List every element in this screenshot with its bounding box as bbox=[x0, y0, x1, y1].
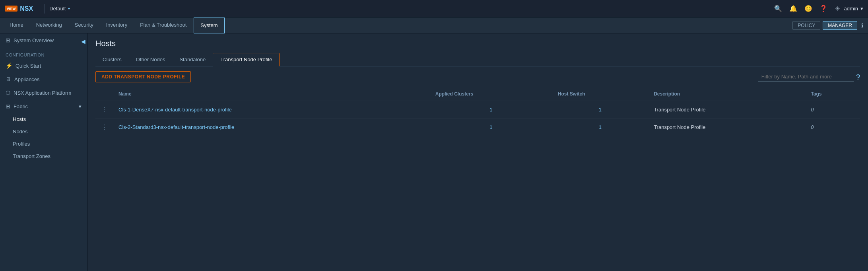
sidebar-item-label: Quick Start bbox=[16, 63, 41, 69]
topbar-divider bbox=[44, 4, 45, 14]
filter-input[interactable] bbox=[758, 72, 854, 82]
nav-security[interactable]: Security bbox=[68, 18, 100, 33]
table-area: Name Applied Clusters Host Switch Descri… bbox=[87, 87, 868, 271]
sidebar-collapse-button[interactable]: ◀ bbox=[80, 37, 87, 46]
vmw-logo: vmw bbox=[5, 6, 17, 12]
sidebar-subitem-label: Nodes bbox=[13, 129, 28, 135]
col-applied-clusters: Applied Clusters bbox=[430, 87, 552, 101]
deployment-selector[interactable]: Default ▾ bbox=[49, 6, 70, 12]
sidebar-item-fabric[interactable]: ⊞ Fabric ▾ bbox=[0, 99, 87, 113]
sidebar-item-label: NSX Application Platform bbox=[14, 90, 71, 96]
tab-other-nodes[interactable]: Other Nodes bbox=[129, 53, 173, 66]
content-area: Hosts ? Clusters Other Nodes Standalone … bbox=[87, 33, 868, 271]
sidebar: ◀ ⊞ System Overview Configuration ⚡ Quic… bbox=[0, 33, 87, 271]
row-host-switch[interactable]: 1 bbox=[552, 101, 648, 119]
row-tags: 0 bbox=[805, 119, 860, 136]
sidebar-item-system-overview[interactable]: ⊞ System Overview bbox=[0, 33, 87, 47]
sidebar-fabric-left: ⊞ Fabric bbox=[6, 103, 28, 109]
nsx-logo: NSX bbox=[20, 5, 33, 12]
sidebar-item-transport-zones[interactable]: Transport Zones bbox=[0, 150, 87, 162]
col-name: Name bbox=[113, 87, 430, 101]
quick-start-icon: ⚡ bbox=[6, 62, 12, 69]
tab-clusters[interactable]: Clusters bbox=[95, 53, 129, 66]
sidebar-item-nsx-app-platform[interactable]: ⬡ NSX Application Platform bbox=[0, 86, 87, 99]
content-header: Hosts ? Clusters Other Nodes Standalone … bbox=[87, 33, 868, 66]
table-row: ⋮Cls-1-DenseX7-nsx-default-transport-nod… bbox=[95, 101, 860, 119]
page-help-icon[interactable]: ? bbox=[856, 73, 860, 82]
navbar: Home Networking Security Inventory Plan … bbox=[0, 18, 868, 33]
notifications-icon[interactable]: 🔔 bbox=[789, 5, 797, 12]
system-overview-icon: ⊞ bbox=[6, 37, 10, 43]
nsx-platform-icon: ⬡ bbox=[6, 90, 10, 96]
row-clusters[interactable]: 1 bbox=[430, 101, 552, 119]
toolbar: ADD TRANSPORT NODE PROFILE ≡ bbox=[87, 66, 868, 87]
row-description: Transport Node Profile bbox=[648, 119, 805, 136]
main-layout: ◀ ⊞ System Overview Configuration ⚡ Quic… bbox=[0, 33, 868, 271]
sidebar-item-label: Appliances bbox=[14, 76, 40, 82]
nav-networking[interactable]: Networking bbox=[30, 18, 68, 33]
sidebar-item-label: Fabric bbox=[14, 103, 28, 109]
user-face-icon[interactable]: 😊 bbox=[804, 5, 812, 12]
manager-mode-button[interactable]: MANAGER bbox=[823, 21, 857, 30]
filter-area: ≡ bbox=[758, 72, 860, 82]
chevron-down-icon: ▾ bbox=[79, 103, 82, 109]
row-description: Transport Node Profile bbox=[648, 101, 805, 119]
sidebar-subitem-label: Profiles bbox=[13, 141, 30, 147]
row-context-menu-icon[interactable]: ⋮ bbox=[95, 119, 113, 136]
sidebar-item-nodes[interactable]: Nodes bbox=[0, 125, 87, 138]
sidebar-item-hosts[interactable]: Hosts bbox=[0, 113, 87, 125]
sidebar-item-quick-start[interactable]: ⚡ Quick Start bbox=[0, 59, 87, 72]
logo: vmw NSX bbox=[5, 5, 33, 12]
nav-info-icon[interactable]: ℹ bbox=[861, 22, 863, 29]
col-description: Description bbox=[648, 87, 805, 101]
help-icon[interactable]: ❓ bbox=[819, 5, 827, 12]
table-row: ⋮Cls-2-Standard3-nsx-default-transport-n… bbox=[95, 119, 860, 136]
sidebar-item-label: System Overview bbox=[14, 37, 54, 43]
sidebar-item-profiles[interactable]: Profiles bbox=[0, 138, 87, 150]
nav-system[interactable]: System bbox=[194, 18, 224, 33]
fabric-icon: ⊞ bbox=[6, 103, 10, 109]
page-title: Hosts bbox=[95, 39, 860, 48]
topbar-icons: 🔍 🔔 😊 ❓ ☀ bbox=[774, 5, 840, 12]
appliances-icon: 🖥 bbox=[6, 76, 11, 82]
policy-mode-button[interactable]: POLICY bbox=[792, 21, 820, 30]
table-body: ⋮Cls-1-DenseX7-nsx-default-transport-nod… bbox=[95, 101, 860, 136]
sidebar-section-configuration: Configuration bbox=[0, 47, 87, 59]
nav-inventory[interactable]: Inventory bbox=[100, 18, 134, 33]
col-tags: Tags bbox=[805, 87, 860, 101]
user-label: admin bbox=[844, 6, 858, 12]
col-menu bbox=[95, 87, 113, 101]
tab-standalone[interactable]: Standalone bbox=[172, 53, 213, 66]
theme-icon[interactable]: ☀ bbox=[835, 5, 840, 12]
nav-plan-troubleshoot[interactable]: Plan & Troubleshoot bbox=[134, 18, 193, 33]
deployment-arrow: ▾ bbox=[68, 6, 70, 11]
row-tags: 0 bbox=[805, 101, 860, 119]
profiles-table: Name Applied Clusters Host Switch Descri… bbox=[95, 87, 860, 136]
search-icon[interactable]: 🔍 bbox=[774, 5, 782, 12]
tabs: Clusters Other Nodes Standalone Transpor… bbox=[95, 53, 860, 66]
navbar-right: POLICY MANAGER ℹ bbox=[792, 21, 868, 30]
user-menu[interactable]: admin ▾ bbox=[844, 6, 863, 12]
row-context-menu-icon[interactable]: ⋮ bbox=[95, 101, 113, 119]
add-transport-node-profile-button[interactable]: ADD TRANSPORT NODE PROFILE bbox=[95, 71, 191, 82]
nav-home[interactable]: Home bbox=[3, 18, 30, 33]
user-arrow: ▾ bbox=[860, 6, 863, 12]
topbar: vmw NSX Default ▾ 🔍 🔔 😊 ❓ ☀ admin ▾ bbox=[0, 0, 868, 18]
sidebar-subitem-label: Transport Zones bbox=[13, 153, 50, 159]
col-host-switch: Host Switch bbox=[552, 87, 648, 101]
sidebar-item-appliances[interactable]: 🖥 Appliances bbox=[0, 72, 87, 86]
row-host-switch[interactable]: 1 bbox=[552, 119, 648, 136]
row-name[interactable]: Cls-1-DenseX7-nsx-default-transport-node… bbox=[113, 101, 430, 119]
deployment-label: Default bbox=[49, 6, 66, 12]
row-clusters[interactable]: 1 bbox=[430, 119, 552, 136]
sidebar-subitem-label: Hosts bbox=[13, 116, 26, 122]
tab-transport-node-profile[interactable]: Transport Node Profile bbox=[213, 53, 280, 66]
row-name[interactable]: Cls-2-Standard3-nsx-default-transport-no… bbox=[113, 119, 430, 136]
table-header-row: Name Applied Clusters Host Switch Descri… bbox=[95, 87, 860, 101]
